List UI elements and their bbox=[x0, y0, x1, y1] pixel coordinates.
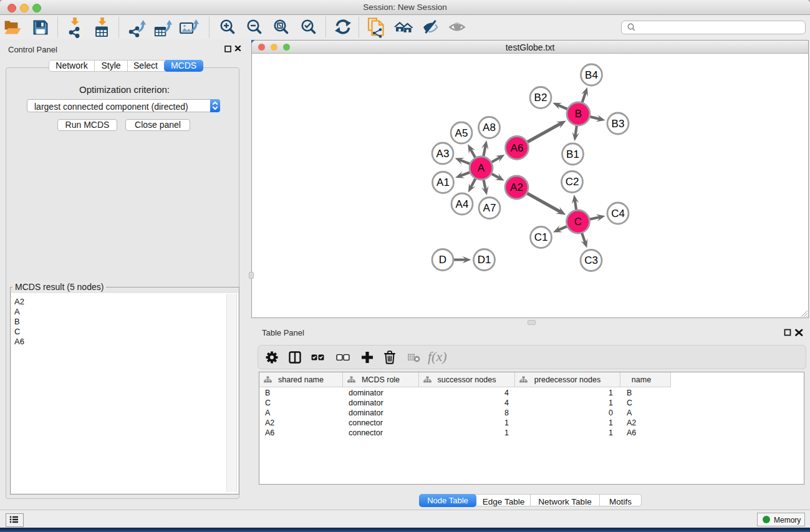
svg-text:A5: A5 bbox=[455, 127, 468, 139]
svg-text:A6: A6 bbox=[511, 142, 524, 154]
svg-text:A: A bbox=[478, 162, 485, 174]
svg-text:A7: A7 bbox=[483, 202, 496, 214]
svg-text:B: B bbox=[575, 108, 582, 120]
svg-text:A3: A3 bbox=[436, 148, 450, 160]
svg-text:C4: C4 bbox=[611, 208, 625, 220]
svg-text:B1: B1 bbox=[566, 148, 579, 160]
svg-text:B4: B4 bbox=[585, 69, 598, 81]
svg-text:C3: C3 bbox=[584, 254, 598, 266]
svg-text:D: D bbox=[439, 254, 446, 266]
svg-text:C2: C2 bbox=[566, 176, 579, 188]
svg-text:A1: A1 bbox=[436, 177, 450, 188]
svg-text:B2: B2 bbox=[534, 92, 547, 104]
svg-text:B3: B3 bbox=[612, 118, 625, 130]
svg-text:C: C bbox=[574, 216, 582, 228]
svg-text:A4: A4 bbox=[456, 198, 469, 210]
svg-text:A8: A8 bbox=[483, 122, 496, 133]
svg-text:C1: C1 bbox=[534, 231, 548, 243]
svg-text:A2: A2 bbox=[510, 181, 523, 193]
svg-text:D1: D1 bbox=[478, 254, 491, 266]
